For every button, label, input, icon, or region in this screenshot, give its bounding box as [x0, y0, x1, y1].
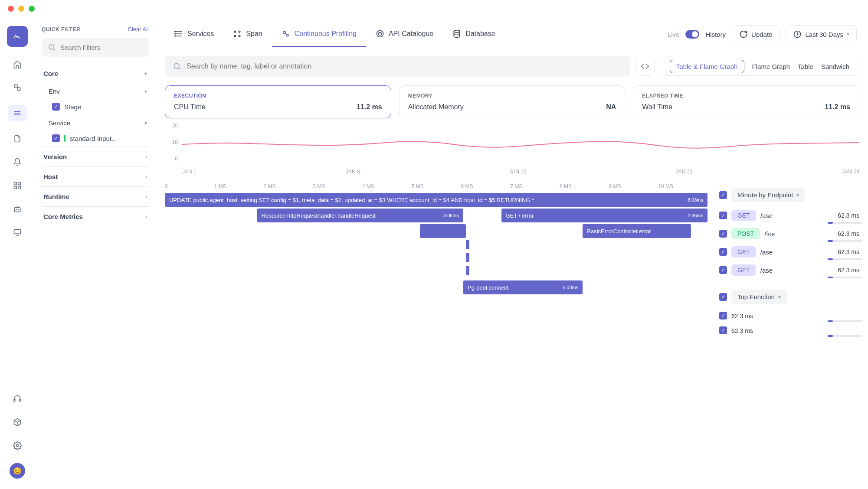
scale-tick: 8 MS [560, 183, 609, 189]
endpoint-row[interactable]: ✓ GET /ase 62.3 ms [719, 206, 859, 225]
endpoint-value: 62.3 ms [838, 248, 859, 255]
metric-execution[interactable]: EXECUTION CPU Time11.2 ms [165, 85, 391, 118]
database-icon [452, 29, 461, 38]
search-bar[interactable] [165, 56, 630, 77]
function-row[interactable]: ✓ 62.3 ms [719, 323, 859, 338]
search-filters-input[interactable] [60, 44, 143, 51]
checkbox-top-function[interactable]: ✓ [719, 293, 727, 301]
svg-point-35 [454, 30, 459, 33]
svg-point-10 [16, 209, 17, 210]
span-dur: 2.86ms [688, 213, 703, 218]
checkbox-endpoint[interactable]: ✓ [719, 248, 727, 256]
tab-continuous-profiling[interactable]: Continuous Profiling [272, 22, 366, 47]
live-toggle[interactable] [685, 30, 699, 39]
bot-icon[interactable] [11, 203, 23, 215]
clear-all-link[interactable]: Clear All [128, 26, 149, 33]
view-sandwich[interactable]: Sandwich [821, 63, 849, 70]
code-button[interactable] [635, 57, 655, 76]
search-icon [173, 62, 181, 71]
headset-icon[interactable] [11, 393, 23, 405]
gear-icon[interactable] [11, 440, 23, 452]
sidebar: QUICK FILTER Clear All Core ▾ Env ▾ ✓ St [35, 17, 156, 489]
tab-span[interactable]: Span [223, 22, 272, 47]
method-badge: GET [731, 210, 756, 221]
cube-icon[interactable] [11, 416, 23, 428]
chevron-down-icon: ▾ [778, 294, 781, 300]
daterange-button[interactable]: Last 30 Days▾ [786, 25, 857, 43]
filter-version[interactable]: Version› [42, 147, 149, 166]
monitor-icon[interactable] [11, 226, 23, 238]
span-basic-error[interactable]: BasicErrorController.error [583, 224, 691, 238]
checkbox-function[interactable]: ✓ [719, 312, 727, 319]
tab-api-catalogue[interactable]: API Catalogue [366, 22, 443, 47]
span-update[interactable]: UPDATE public.agent_host_setting SET con… [165, 193, 708, 207]
tab-database[interactable]: Database [443, 22, 505, 47]
filter-service[interactable]: Service ▾ [42, 115, 149, 131]
filter-env[interactable]: Env ▾ [42, 83, 149, 99]
search-input[interactable] [187, 62, 622, 70]
x-tick: JAN 1 [182, 169, 197, 175]
filter-item-stage[interactable]: ✓ Stage [42, 99, 149, 115]
tab-services[interactable]: Services [165, 22, 223, 47]
svg-point-23 [175, 31, 176, 32]
filter-core[interactable]: Core ▾ [42, 64, 149, 83]
endpoint-row[interactable]: ✓ POST /fce 62.3 ms [719, 225, 859, 243]
scale-tick: 6 MS [461, 183, 510, 189]
checkbox-endpoint[interactable]: ✓ [719, 266, 727, 274]
span-icon [233, 29, 242, 38]
stack-icon[interactable] [11, 82, 23, 94]
filter-item-standard-input[interactable]: ✓ standard-input... [42, 131, 149, 147]
home-icon[interactable] [11, 58, 23, 70]
scale-tick: 0 [165, 183, 214, 189]
metric-elapsed-value: 11.2 ms [825, 103, 850, 111]
filter-core-metrics[interactable]: Core Metrics› [42, 207, 149, 226]
span-thin-3[interactable] [466, 266, 469, 275]
search-filters[interactable] [42, 38, 149, 57]
endpoint-value: 62.3 ms [838, 230, 859, 237]
filter-core-metrics-label: Core Metrics [43, 213, 83, 220]
span-thin-2[interactable] [466, 253, 469, 262]
cpu-time-chart: 20 10 0 JAN 1 JAN 8 JAN 15 JAN 21 JAN 28 [165, 123, 859, 175]
svg-rect-15 [14, 399, 15, 401]
checkbox-endpoint[interactable]: ✓ [719, 212, 727, 219]
top-function-dropdown[interactable]: Top Function▾ [731, 290, 787, 304]
minute-endpoint-dropdown[interactable]: Minute by Endpoint▾ [731, 188, 805, 202]
span-anon-1[interactable] [420, 224, 466, 238]
grid-icon[interactable] [11, 179, 23, 192]
checkbox-stage[interactable]: ✓ [52, 103, 60, 111]
metric-memory[interactable]: MEMORY Allocated MemoryNA [399, 85, 626, 118]
checkbox-endpoint[interactable]: ✓ [719, 230, 727, 238]
checkbox-standard-input[interactable]: ✓ [52, 134, 60, 142]
code-icon [641, 62, 649, 71]
update-button[interactable]: Update [732, 25, 780, 43]
tab-span-label: Span [246, 30, 262, 38]
endpoint-path: /ase [760, 212, 833, 219]
metric-elapsed[interactable]: ELAPSED TIME Wall Time11.2 ms [633, 85, 859, 118]
chevron-down-icon: ▾ [144, 71, 147, 77]
span-get-error[interactable]: GET / error2.86ms [501, 209, 708, 222]
bell-icon[interactable] [11, 156, 23, 168]
list-icon[interactable] [8, 105, 27, 121]
endpoint-row[interactable]: ✓ GET /ase 62.3 ms [719, 261, 859, 279]
checkbox-function[interactable]: ✓ [719, 326, 727, 334]
span-thin-1[interactable] [466, 240, 469, 249]
minimize-window[interactable] [18, 6, 24, 12]
tab-database-label: Database [465, 30, 495, 38]
checkbox-minute-endpoint[interactable]: ✓ [719, 191, 727, 199]
metric-execution-title: EXECUTION [174, 93, 206, 99]
filter-runtime[interactable]: Runtime› [42, 187, 149, 206]
close-window[interactable] [8, 6, 14, 12]
span-resource[interactable]: Resource httpRequesthandler.handleReques… [257, 209, 463, 222]
svg-rect-13 [14, 229, 21, 234]
maximize-window[interactable] [29, 6, 35, 12]
span-pg-pool[interactable]: Pg-pool.connect5.00ms [463, 280, 583, 294]
avatar[interactable]: 😊 [10, 463, 25, 479]
view-table[interactable]: Table [798, 63, 813, 70]
filter-host[interactable]: Host› [42, 167, 149, 186]
filter-standard-input-label: standard-input... [70, 135, 117, 142]
function-row[interactable]: ✓ 62.3 ms [719, 308, 859, 323]
endpoint-row[interactable]: ✓ GET /ase 62.3 ms [719, 243, 859, 261]
document-icon[interactable] [11, 133, 23, 145]
view-flame[interactable]: Flame Graph [752, 63, 790, 70]
view-table-flame[interactable]: Table & Flame Graph [670, 60, 744, 73]
